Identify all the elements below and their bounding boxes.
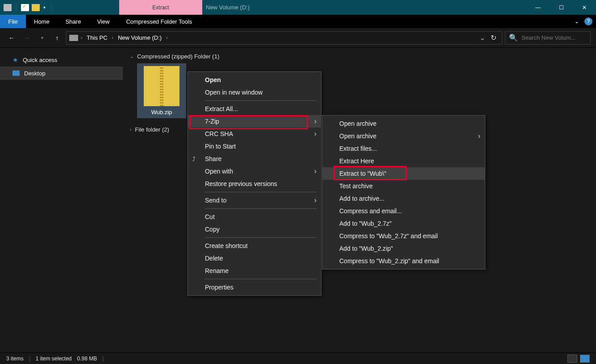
- context-menu: Open Open in new window Extract All... 7…: [188, 71, 321, 296]
- submenu-add-archive[interactable]: Add to archive...: [322, 192, 485, 205]
- sidebar-item-desktop[interactable]: Desktop: [0, 66, 123, 80]
- menu-share[interactable]: ⤴Share: [188, 153, 321, 165]
- menu-delete[interactable]: Delete: [188, 252, 321, 265]
- menu-open[interactable]: Open: [188, 74, 321, 86]
- menu-crc[interactable]: CRC SHA: [188, 128, 321, 140]
- back-button[interactable]: ←: [5, 32, 18, 44]
- submenu-test[interactable]: Test archive: [322, 180, 485, 192]
- close-button[interactable]: ✕: [573, 0, 596, 15]
- menu-open-with[interactable]: Open with: [188, 165, 321, 178]
- recent-dropdown[interactable]: ▾: [36, 32, 48, 44]
- status-size: 0.98 MB: [77, 356, 97, 362]
- submenu-compress-7z[interactable]: Compress to "Wub_2.7z" and email: [322, 230, 485, 242]
- refresh-icon[interactable]: ↻: [491, 33, 496, 42]
- submenu-compress-email[interactable]: Compress and email...: [322, 205, 485, 217]
- share-icon: ⤴: [192, 156, 196, 162]
- chevron-down-icon: ⌄: [130, 54, 133, 59]
- zip-folder-icon: [144, 66, 179, 106]
- properties-qat-icon[interactable]: [21, 4, 29, 11]
- statusbar: 3 items | 1 item selected 0.98 MB |: [0, 352, 596, 364]
- up-button[interactable]: ↑: [51, 32, 63, 44]
- group-header-zipped[interactable]: ⌄ Compressed (zipped) Folder (1): [128, 53, 591, 60]
- submenu-extract-to[interactable]: Extract to "Wub\": [322, 167, 485, 180]
- forward-button[interactable]: →: [21, 32, 33, 44]
- compressed-tools-tab[interactable]: Compressed Folder Tools: [117, 15, 200, 28]
- status-items: 3 items: [6, 356, 24, 362]
- submenu-7zip: Open archive Open archive Extract files.…: [322, 115, 485, 269]
- submenu-add-7z[interactable]: Add to "Wub_2.7z": [322, 217, 485, 230]
- chevron-right-icon: ›: [130, 127, 131, 132]
- submenu-extract-files[interactable]: Extract files...: [322, 142, 485, 155]
- breadcrumb-drive[interactable]: New Volume (D:): [116, 34, 163, 41]
- sidebar-item-quickaccess[interactable]: ★ Quick access: [0, 53, 123, 66]
- sidebar-label: Desktop: [24, 70, 46, 77]
- drive-icon: [4, 4, 12, 11]
- chevron-right-icon[interactable]: ›: [111, 35, 114, 40]
- ribbon: File Home Share View Compressed Folder T…: [0, 15, 596, 28]
- window-title: New Volume (D:): [202, 0, 526, 15]
- contextual-label: Extract: [152, 4, 169, 11]
- menu-pin[interactable]: Pin to Start: [188, 140, 321, 153]
- search-icon: 🔍: [509, 33, 518, 42]
- contextual-tab-header: Extract: [119, 0, 202, 15]
- submenu-add-zip[interactable]: Add to "Wub_2.zip": [322, 242, 485, 255]
- newfolder-qat-icon[interactable]: [32, 4, 40, 11]
- address-dropdown-icon[interactable]: ⌄: [479, 33, 485, 42]
- status-selected: 1 item selected: [36, 356, 72, 362]
- qat-dropdown-icon[interactable]: ▾: [42, 5, 46, 10]
- help-icon[interactable]: ?: [584, 17, 592, 25]
- view-tab[interactable]: View: [89, 15, 117, 28]
- menu-restore[interactable]: Restore previous versions: [188, 178, 321, 190]
- file-item-wubzip[interactable]: Wub.zip: [137, 63, 186, 118]
- drive-icon: [69, 35, 78, 41]
- chevron-right-icon[interactable]: ›: [165, 35, 168, 40]
- share-tab[interactable]: Share: [58, 15, 89, 28]
- search-box[interactable]: 🔍: [505, 31, 591, 45]
- menu-properties[interactable]: Properties: [188, 281, 321, 294]
- star-icon: ★: [13, 56, 18, 63]
- home-tab[interactable]: Home: [26, 15, 58, 28]
- view-details-button[interactable]: [567, 355, 577, 363]
- search-input[interactable]: [521, 34, 587, 41]
- menu-rename[interactable]: Rename: [188, 265, 321, 277]
- menu-shortcut[interactable]: Create shortcut: [188, 240, 321, 252]
- titlebar: ▾ Extract New Volume (D:) ― ☐ ✕: [0, 0, 596, 15]
- desktop-icon: [13, 70, 20, 76]
- file-label: Wub.zip: [137, 109, 186, 116]
- view-large-button[interactable]: [580, 355, 590, 363]
- submenu-open-archive[interactable]: Open archive: [322, 117, 485, 130]
- menu-copy[interactable]: Copy: [188, 223, 321, 236]
- sidebar: ★ Quick access Desktop: [0, 48, 123, 352]
- chevron-right-icon[interactable]: ›: [80, 35, 83, 40]
- group-label: File folder (2): [135, 126, 169, 133]
- menu-extract-all[interactable]: Extract All...: [188, 103, 321, 115]
- breadcrumb-thispc[interactable]: This PC: [85, 34, 109, 41]
- submenu-compress-zip[interactable]: Compress to "Wub_2.zip" and email: [322, 255, 485, 267]
- submenu-open-archive-sub[interactable]: Open archive: [322, 130, 485, 142]
- address-bar[interactable]: › This PC › New Volume (D:) › ⌄ ↻: [66, 31, 502, 45]
- minimize-button[interactable]: ―: [526, 0, 550, 15]
- menu-send-to[interactable]: Send to: [188, 194, 321, 207]
- submenu-extract-here[interactable]: Extract Here: [322, 155, 485, 167]
- sidebar-label: Quick access: [23, 57, 57, 63]
- file-tab[interactable]: File: [0, 15, 26, 28]
- menu-cut[interactable]: Cut: [188, 211, 321, 223]
- navbar: ← → ▾ ↑ › This PC › New Volume (D:) › ⌄ …: [0, 28, 596, 48]
- menu-open-new[interactable]: Open in new window: [188, 86, 321, 99]
- ribbon-expand-icon[interactable]: ⌄: [575, 18, 579, 25]
- maximize-button[interactable]: ☐: [550, 0, 573, 15]
- menu-7zip[interactable]: 7-Zip: [188, 115, 321, 128]
- group-label: Compressed (zipped) Folder (1): [137, 53, 219, 60]
